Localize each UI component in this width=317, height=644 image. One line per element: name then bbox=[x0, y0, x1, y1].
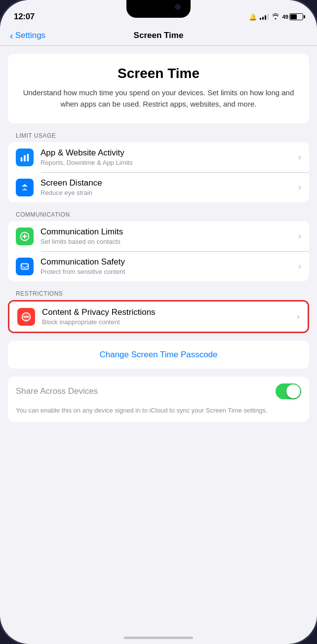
restrictions-label: RESTRICTIONS bbox=[0, 281, 317, 300]
toggle-knob bbox=[286, 384, 300, 398]
app-activity-text: App & Website Activity Reports, Downtime… bbox=[40, 148, 298, 166]
signal-bar-2 bbox=[262, 17, 264, 20]
hero-section: Screen Time Understand how much time you… bbox=[8, 54, 309, 123]
communication-group: Communication Limits Set limits based on… bbox=[8, 221, 309, 281]
share-label: Share Across Devices bbox=[16, 386, 98, 396]
screen-distance-icon bbox=[16, 179, 34, 196]
chart-icon bbox=[19, 152, 30, 163]
navigation-bar: ‹ Settings Screen Time bbox=[0, 27, 317, 46]
comm-safety-subtitle: Protect from sensitive content bbox=[40, 268, 298, 275]
status-bar: 12:07 🔔 bbox=[0, 0, 317, 27]
communication-safety-item[interactable]: Communication Safety Protect from sensit… bbox=[8, 251, 309, 281]
battery-icon: 49 bbox=[282, 13, 303, 20]
phone-screen: 12:07 🔔 bbox=[0, 0, 317, 644]
svg-rect-0 bbox=[21, 157, 23, 161]
signal-icon bbox=[260, 14, 269, 20]
comm-limits-title: Communication Limits bbox=[40, 227, 298, 237]
comm-limits-svg bbox=[19, 231, 30, 242]
mute-icon: 🔔 bbox=[249, 13, 257, 21]
content-privacy-chevron: › bbox=[297, 311, 300, 322]
comm-safety-text: Communication Safety Protect from sensit… bbox=[40, 257, 298, 275]
limit-usage-group: App & Website Activity Reports, Downtime… bbox=[8, 142, 309, 202]
screen-distance-text: Screen Distance Reduce eye strain bbox=[40, 178, 298, 196]
dynamic-island bbox=[126, 0, 191, 18]
screen-distance-title: Screen Distance bbox=[40, 178, 298, 188]
battery-box bbox=[289, 13, 303, 20]
main-content: Screen Time Understand how much time you… bbox=[0, 46, 317, 637]
content-privacy-icon bbox=[17, 308, 35, 326]
signal-bar-4 bbox=[267, 14, 269, 20]
signal-bar-1 bbox=[260, 18, 261, 20]
hero-description: Understand how much time you spend on yo… bbox=[18, 87, 299, 110]
comm-limits-subtitle: Set limits based on contacts bbox=[40, 238, 298, 245]
hero-title: Screen Time bbox=[18, 66, 299, 81]
svg-rect-1 bbox=[24, 155, 26, 161]
passcode-section: Change Screen Time Passcode bbox=[8, 341, 309, 369]
battery-fill bbox=[290, 14, 297, 19]
sd-chevron-top bbox=[22, 184, 28, 187]
app-activity-chevron: › bbox=[298, 152, 301, 162]
app-website-activity-item[interactable]: App & Website Activity Reports, Downtime… bbox=[8, 142, 309, 172]
home-indicator[interactable] bbox=[124, 637, 193, 639]
back-button[interactable]: ‹ Settings bbox=[10, 31, 45, 40]
status-time: 12:07 bbox=[14, 12, 35, 22]
limit-usage-label: LIMIT USAGE bbox=[0, 123, 317, 142]
share-row: Share Across Devices bbox=[16, 377, 301, 406]
app-activity-title: App & Website Activity bbox=[40, 148, 298, 158]
battery-level: 49 bbox=[282, 14, 288, 20]
back-chevron-icon: ‹ bbox=[10, 31, 13, 40]
content-privacy-text: Content & Privacy Restrictions Block ina… bbox=[42, 307, 297, 326]
communication-limits-item[interactable]: Communication Limits Set limits based on… bbox=[8, 221, 309, 251]
wifi-icon bbox=[272, 13, 279, 21]
no-entry-icon bbox=[21, 311, 32, 322]
comm-safety-icon bbox=[16, 258, 34, 275]
back-label: Settings bbox=[15, 31, 45, 40]
share-toggle[interactable] bbox=[276, 383, 301, 399]
comm-limits-chevron: › bbox=[298, 231, 301, 241]
share-section: Share Across Devices You can enable this… bbox=[8, 377, 309, 422]
app-activity-icon bbox=[16, 149, 34, 166]
page-title: Screen Time bbox=[134, 31, 184, 40]
app-activity-subtitle: Reports, Downtime & App Limits bbox=[40, 159, 298, 166]
communication-label: COMMUNICATION bbox=[0, 202, 317, 221]
share-note: You can enable this on any device signed… bbox=[16, 406, 301, 422]
status-icons: 🔔 49 bbox=[249, 13, 303, 21]
screen-distance-chevron: › bbox=[298, 182, 301, 192]
bottom-spacer bbox=[0, 422, 317, 442]
content-privacy-item[interactable]: Content & Privacy Restrictions Block ina… bbox=[9, 302, 308, 332]
restrictions-group: Content & Privacy Restrictions Block ina… bbox=[8, 300, 309, 333]
screen-distance-subtitle: Reduce eye strain bbox=[40, 189, 298, 196]
screen-distance-item[interactable]: Screen Distance Reduce eye strain › bbox=[8, 172, 309, 202]
svg-rect-2 bbox=[27, 153, 29, 161]
change-passcode-button[interactable]: Change Screen Time Passcode bbox=[99, 350, 217, 359]
comm-safety-svg bbox=[19, 261, 30, 272]
signal-bar-3 bbox=[265, 15, 266, 20]
comm-safety-title: Communication Safety bbox=[40, 257, 298, 267]
comm-safety-chevron: › bbox=[298, 261, 301, 271]
camera-dot bbox=[175, 4, 181, 10]
content-privacy-title: Content & Privacy Restrictions bbox=[42, 307, 297, 317]
sd-chevron-bottom bbox=[22, 188, 28, 190]
comm-limits-icon bbox=[16, 227, 34, 245]
phone-frame: 12:07 🔔 bbox=[0, 0, 317, 644]
comm-limits-text: Communication Limits Set limits based on… bbox=[40, 227, 298, 245]
content-privacy-subtitle: Block inappropriate content bbox=[42, 318, 297, 326]
